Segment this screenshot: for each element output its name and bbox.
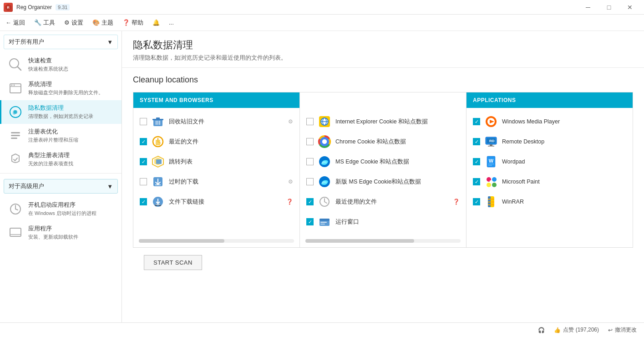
advanced-dropdown[interactable]: 对于高级用户 ▼ xyxy=(4,179,118,194)
svg-line-3 xyxy=(18,67,21,70)
nav-notification[interactable]: 🔔 xyxy=(152,19,160,26)
list-item[interactable]: Microsoft Paint xyxy=(469,172,630,192)
wordpad-checkbox[interactable] xyxy=(473,158,480,165)
list-item[interactable]: 跳转列表 xyxy=(136,152,297,172)
recent-used-help-icon[interactable]: ❓ xyxy=(453,199,460,205)
cleanup-columns: SYSTEM AND BROWSERS xyxy=(133,92,633,248)
back-arrow-icon: ← xyxy=(5,19,11,26)
svg-rect-56 xyxy=(320,222,327,223)
title-bar: R Reg Organizer 9.31 ─ □ ✕ xyxy=(0,0,644,15)
more-icon: ... xyxy=(169,19,174,26)
recent-used-label: 最近使用的文件 xyxy=(335,198,449,206)
old-downloads-gear-icon[interactable]: ⚙ xyxy=(288,179,293,185)
old-downloads-checkbox[interactable] xyxy=(140,178,147,185)
settings-icon: ⚙ xyxy=(64,19,70,26)
undo-item[interactable]: ↩ 撤消更改 xyxy=(608,326,637,334)
quick-check-label: 快速检查 xyxy=(28,56,68,65)
list-item[interactable]: 新版 MS Edge Cookie和站点数据 xyxy=(303,172,463,192)
minimize-button[interactable]: ─ xyxy=(578,0,598,15)
run-window-checkbox[interactable] xyxy=(306,218,314,225)
col1-scrollbar[interactable] xyxy=(133,235,299,247)
nav-back[interactable]: ← 返回 xyxy=(5,19,25,27)
nav-themes[interactable]: 🎨 主题 xyxy=(92,19,113,27)
ie-cookie-checkbox[interactable] xyxy=(306,118,314,125)
new-edge-cookie-checkbox[interactable] xyxy=(306,178,314,185)
svg-text:RD: RD xyxy=(489,139,495,143)
list-item[interactable]: 回收站旧文件 ⚙ xyxy=(136,112,297,132)
svg-point-75 xyxy=(492,183,497,187)
wmp-checkbox[interactable] xyxy=(473,118,480,125)
close-button[interactable]: ✕ xyxy=(619,0,640,15)
svg-rect-21 xyxy=(152,119,163,120)
svg-point-6 xyxy=(11,85,13,86)
status-bar: 🎧 👍 点赞 (197,206) ↩ 撤消更改 xyxy=(0,322,644,337)
svg-line-53 xyxy=(325,202,327,203)
list-item[interactable]: 过时的下载 ⚙ xyxy=(136,172,297,192)
download-links-checkbox[interactable] xyxy=(140,198,147,205)
nav-help-label: 帮助 xyxy=(132,19,143,27)
nav-settings[interactable]: ⚙ 设置 xyxy=(64,19,83,27)
recent-used-checkbox[interactable] xyxy=(306,198,314,205)
app-logo: R xyxy=(4,3,13,12)
jump-list-icon xyxy=(151,154,165,169)
list-item[interactable]: Chrome Cookie 和站点数据 xyxy=(303,132,463,152)
ms-paint-checkbox[interactable] xyxy=(473,178,480,185)
list-item[interactable]: MS Edge Cookie 和站点数据 xyxy=(303,152,463,172)
list-item[interactable]: 最近的文件 xyxy=(136,132,297,152)
tools-icon: 🔧 xyxy=(34,19,41,26)
start-scan-button[interactable]: START SCAN xyxy=(144,255,202,270)
svg-rect-55 xyxy=(319,219,330,221)
svg-point-39 xyxy=(158,204,161,206)
list-item[interactable]: RD Remote Desktop xyxy=(469,132,630,152)
sidebar-item-registry-optimize[interactable]: 注册表优化 注册表碎片整理和压缩 xyxy=(0,124,122,148)
user-dropdown[interactable]: 对于所有用户 ▼ xyxy=(4,35,118,49)
ie-cookie-label: Internet Explorer Cookie 和站点数据 xyxy=(335,118,460,126)
list-item[interactable]: 文件下载链接 ❓ xyxy=(136,192,297,212)
list-item[interactable]: WinRAR xyxy=(469,192,630,212)
svg-rect-64 xyxy=(488,146,494,147)
nav-help[interactable]: ❓ 帮助 xyxy=(122,19,143,27)
recent-files-checkbox[interactable] xyxy=(140,138,147,145)
jump-list-checkbox[interactable] xyxy=(140,158,147,165)
sidebar-item-system-clean[interactable]: 系统清理 释放磁盘空间并删除无用的文件。 xyxy=(0,77,122,100)
system-clean-sublabel: 释放磁盘空间并删除无用的文件。 xyxy=(28,89,103,96)
download-links-label: 文件下载链接 xyxy=(169,198,283,206)
chrome-cookie-checkbox[interactable] xyxy=(306,138,314,145)
recycle-gear-icon[interactable]: ⚙ xyxy=(288,118,293,125)
col2-scrollbar[interactable] xyxy=(300,235,466,247)
col-applications-body: Windows Media Player xyxy=(467,108,633,247)
list-item[interactable]: 最近使用的文件 ❓ xyxy=(303,192,463,212)
list-item[interactable]: Windows Media Player xyxy=(469,112,630,132)
new-edge-cookie-label: 新版 MS Edge Cookie和站点数据 xyxy=(335,178,460,186)
list-item[interactable]: Internet Explorer Cookie 和站点数据 xyxy=(303,112,463,132)
list-item[interactable]: 运行窗口 xyxy=(303,212,463,232)
recycle-checkbox[interactable] xyxy=(140,118,147,125)
sidebar-item-startup[interactable]: 开机启动应用程序 在 Windows 启动时运行的进程 xyxy=(0,197,122,221)
startup-icon xyxy=(7,201,24,217)
support-item[interactable]: 🎧 xyxy=(538,327,545,333)
wordpad-label: Wordpad xyxy=(502,158,626,165)
old-downloads-label: 过时的下载 xyxy=(169,178,284,186)
edge-cookie-checkbox[interactable] xyxy=(306,158,314,165)
notification-icon: 🔔 xyxy=(152,19,160,26)
sidebar-item-registry-clean[interactable]: 典型注册表清理 无效的注册表项查找 xyxy=(0,148,122,171)
svg-rect-79 xyxy=(488,199,494,200)
sidebar-item-quick-check[interactable]: 快速检查 快速检查系统状态 xyxy=(0,53,122,77)
svg-point-38 xyxy=(155,204,157,206)
download-links-help-icon[interactable]: ❓ xyxy=(286,199,293,205)
nav-more[interactable]: ... xyxy=(169,19,174,26)
nav-tools[interactable]: 🔧 工具 xyxy=(34,19,55,27)
list-item[interactable]: W Wordpad xyxy=(469,152,630,172)
maximize-button[interactable]: □ xyxy=(598,0,619,15)
winrar-icon xyxy=(484,194,498,209)
sidebar-item-privacy-clean[interactable]: 隐私数据清理 清理数据，例如浏览历史记录 xyxy=(0,100,122,124)
remote-desktop-checkbox[interactable] xyxy=(473,138,480,145)
winrar-checkbox[interactable] xyxy=(473,198,480,205)
like-item[interactable]: 👍 点赞 (197,206) xyxy=(554,326,599,334)
sidebar-item-apps[interactable]: 应用程序 安装、更新或卸载软件 xyxy=(0,221,122,245)
nav-back-label: 返回 xyxy=(13,19,25,27)
registry-optimize-sublabel: 注册表碎片整理和压缩 xyxy=(28,137,78,143)
apps-sublabel: 安装、更新或卸载软件 xyxy=(28,234,78,240)
wmp-label: Windows Media Player xyxy=(502,118,626,125)
col-browsers: Internet Explorer Cookie 和站点数据 xyxy=(300,92,467,247)
